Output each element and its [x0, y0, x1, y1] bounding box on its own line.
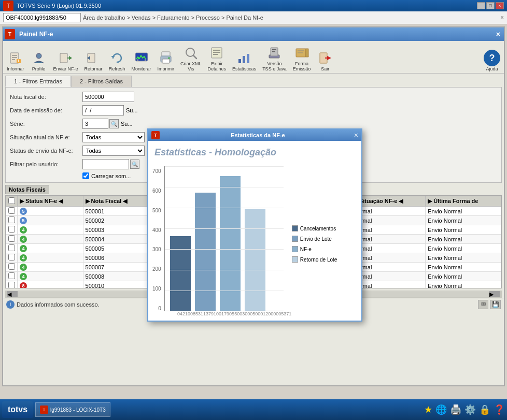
status-bar-buttons: ✉ 💾 — [478, 300, 501, 309]
cell-status: 4 — [18, 263, 83, 272]
usuario-search-button[interactable]: 🔍 — [130, 160, 139, 169]
imprimir-label: Imprimir — [158, 66, 175, 71]
cell-nota: 500003 — [83, 225, 147, 235]
enviar-nfe-button[interactable]: Enviar NF-e — [51, 48, 81, 73]
modal-body: Estatísticas - Homologação 700 600 500 4… — [148, 141, 361, 321]
printer-icon[interactable]: 🖨️ — [450, 404, 461, 415]
close-button[interactable]: × — [496, 2, 504, 9]
forma-emissao-button[interactable]: FormaEmissão — [290, 43, 314, 73]
y-label-600: 600 — [152, 188, 161, 194]
bar-cancelamentos[interactable] — [170, 236, 191, 311]
row-checkbox[interactable] — [8, 244, 15, 251]
scroll-left-button[interactable]: ◀ — [7, 291, 18, 297]
lock-icon[interactable]: 🔒 — [479, 404, 490, 415]
refresh-icon — [109, 50, 125, 66]
filtrar-usuario-label: Filtrar pelo usuário: — [10, 161, 82, 167]
forma-emissao-label: FormaEmissão — [293, 61, 311, 71]
serie-label: Série: — [10, 121, 82, 127]
star-icon[interactable]: ★ — [424, 404, 432, 415]
status-msg-button[interactable]: ✉ — [478, 300, 488, 309]
title-bar-buttons: _ □ × — [477, 2, 504, 9]
svg-point-22 — [168, 57, 170, 59]
row-checkbox[interactable] — [8, 207, 15, 214]
serie-input[interactable] — [82, 119, 108, 129]
ajuda-button[interactable]: ? Ajuda — [481, 48, 503, 73]
bar-nfe[interactable] — [220, 176, 241, 311]
monitorar-icon — [133, 50, 150, 66]
cell-nota: 500007 — [83, 263, 147, 272]
svg-marker-14 — [111, 56, 115, 58]
help-taskbar-icon[interactable]: ❓ — [494, 404, 505, 415]
cell-checkbox — [6, 253, 18, 263]
exibir-detalhes-icon — [208, 45, 225, 61]
sair-button[interactable]: Sair — [314, 48, 336, 73]
filtrar-usuario-input[interactable] — [82, 159, 129, 169]
monitorar-label: Monitorar — [132, 66, 151, 71]
taskbar-active-item[interactable]: T lg991883 - LOGIX-10T3 — [35, 402, 110, 417]
refresh-button[interactable]: Refresh — [106, 48, 128, 73]
col-checkbox — [6, 196, 18, 207]
situacao-select[interactable]: Todas — [82, 132, 145, 142]
svg-rect-25 — [212, 48, 222, 58]
exibir-detalhes-button[interactable]: ExibirDetalhes — [205, 43, 229, 73]
tab-filtros-entradas[interactable]: 1 - Filtros Entradas — [5, 76, 71, 87]
versao-button[interactable]: VersãoTSS e Java — [260, 43, 289, 73]
criar-xml-button[interactable]: Criar XMLVis — [178, 43, 204, 73]
col-status[interactable]: ▶ Status NF-e ◀ — [18, 196, 83, 207]
retornar-button[interactable]: Retornar — [82, 48, 105, 73]
bar-envio-lote[interactable] — [195, 193, 216, 311]
serie-search-button[interactable]: 🔍 — [109, 119, 119, 128]
x-axis-labels: 0 42100853113791001790550030005000120000… — [172, 311, 291, 316]
ajuda-label: Ajuda — [486, 66, 498, 71]
panel-close-button[interactable]: × — [496, 30, 500, 38]
minimize-button[interactable]: _ — [477, 2, 485, 9]
row-checkbox[interactable] — [8, 235, 15, 242]
row-checkbox[interactable] — [8, 263, 15, 270]
row-checkbox[interactable] — [8, 226, 15, 233]
estatisticas-button[interactable]: Estatísticas — [230, 48, 259, 73]
modal-close-button[interactable]: × — [354, 131, 358, 139]
cell-forma: Envio Normal — [426, 207, 501, 216]
estatisticas-modal: T Estatísticas da NF-e × Estatísticas - … — [147, 128, 362, 322]
legend-nfe: NF-e — [292, 246, 337, 252]
breadcrumb-close-button[interactable]: × — [500, 14, 504, 21]
modal-title-text: Estatísticas da NF-e — [231, 132, 285, 138]
profile-button[interactable]: Profile — [28, 48, 50, 73]
informar-button[interactable]: Informar — [4, 48, 27, 73]
data-emissao-input[interactable] — [82, 105, 124, 115]
select-all-checkbox[interactable] — [8, 197, 15, 204]
toolbar: Informar Profile Enviar NF-e Retornar Re… — [3, 41, 504, 74]
status-message: Dados informados com sucesso. — [17, 301, 100, 308]
legend-nfe-color — [292, 246, 298, 252]
cell-nota: 500010 — [83, 281, 147, 289]
col-forma[interactable]: ▶ Última Forma de — [426, 196, 501, 207]
scroll-right-button[interactable]: ▶ — [489, 291, 500, 297]
settings-icon[interactable]: ⚙️ — [464, 404, 476, 415]
legend-retorno-lote-color — [292, 256, 298, 263]
carregar-checkbox[interactable] — [82, 172, 89, 179]
maximize-button[interactable]: □ — [486, 2, 495, 9]
start-button[interactable]: totvs — [2, 401, 33, 418]
row-checkbox[interactable] — [8, 216, 15, 223]
nota-fiscal-input[interactable] — [82, 92, 134, 102]
network-icon[interactable]: 🌐 — [435, 404, 447, 415]
row-checkbox[interactable] — [8, 282, 15, 288]
monitorar-button[interactable]: Monitorar — [129, 48, 154, 73]
tab-filtros-saidas[interactable]: 2 - Filtros Saídas — [71, 76, 132, 87]
main-panel: T Painel NF-e × Informar Profile Enviar … — [2, 26, 505, 386]
legend-cancelamentos-label: Cancelamentos — [300, 226, 336, 231]
cell-nota: 500008 — [83, 272, 147, 281]
col-nota[interactable]: ▶ Nota Fiscal ◀ — [83, 196, 147, 207]
status-badge: 5 — [20, 217, 27, 224]
breadcrumb-input[interactable] — [3, 13, 81, 22]
row-checkbox[interactable] — [8, 254, 15, 260]
carregar-label: Carregar som... — [91, 173, 131, 179]
svg-point-6 — [18, 60, 19, 61]
imprimir-button[interactable]: Imprimir — [155, 48, 177, 73]
row-checkbox[interactable] — [8, 272, 15, 279]
ajuda-icon: ? — [484, 50, 500, 66]
cell-forma: Envio Normal — [426, 253, 501, 263]
bar-retorno-lote[interactable] — [245, 209, 265, 311]
status-save-button[interactable]: 💾 — [490, 300, 501, 309]
status-envio-select[interactable]: Todas — [82, 146, 145, 156]
